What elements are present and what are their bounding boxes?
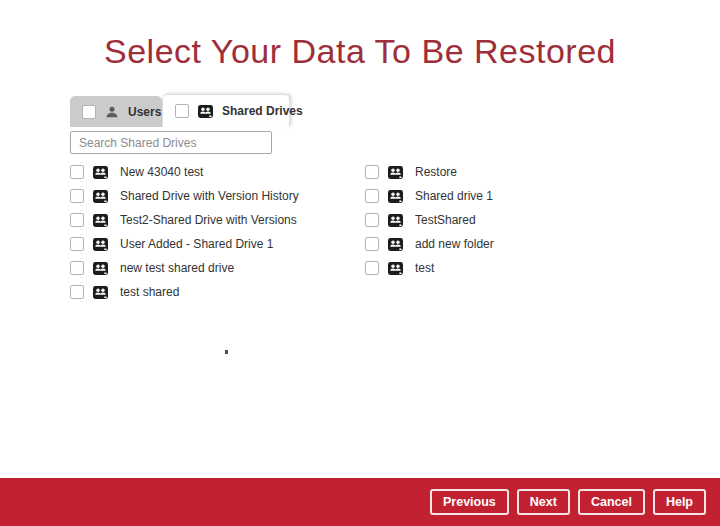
drive-label: Test2-Shared Drive with Versions bbox=[120, 213, 297, 227]
drive-list-item[interactable]: Shared drive 1 bbox=[365, 184, 494, 208]
drive-label: Restore bbox=[415, 165, 457, 179]
drive-checkbox[interactable] bbox=[70, 285, 84, 299]
drive-checkbox[interactable] bbox=[365, 165, 379, 179]
previous-button[interactable]: Previous bbox=[430, 489, 509, 515]
drive-label: New 43040 test bbox=[120, 165, 203, 179]
drive-list-item[interactable]: Restore bbox=[365, 160, 494, 184]
drive-list-item[interactable]: test bbox=[365, 256, 494, 280]
footer-action-bar: Previous Next Cancel Help bbox=[0, 478, 720, 526]
tab-bar: Users Shared Drives bbox=[70, 94, 290, 127]
drive-checkbox[interactable] bbox=[365, 213, 379, 227]
drive-checkbox[interactable] bbox=[365, 261, 379, 275]
drive-label: User Added - Shared Drive 1 bbox=[120, 237, 273, 251]
shared-drive-icon bbox=[93, 214, 108, 227]
search-input[interactable] bbox=[70, 131, 272, 154]
stray-dot-artifact bbox=[225, 350, 228, 354]
drive-checkbox[interactable] bbox=[70, 165, 84, 179]
shared-drive-icon bbox=[93, 166, 108, 179]
drive-checkbox[interactable] bbox=[365, 237, 379, 251]
help-button[interactable]: Help bbox=[653, 489, 706, 515]
shared-drive-icon bbox=[93, 190, 108, 203]
tab-users-checkbox[interactable] bbox=[82, 105, 96, 119]
tab-shared-drives[interactable]: Shared Drives bbox=[162, 94, 290, 127]
next-button[interactable]: Next bbox=[517, 489, 570, 515]
drive-list-item[interactable]: test shared bbox=[70, 280, 365, 304]
drive-checkbox[interactable] bbox=[70, 261, 84, 275]
drive-list-item[interactable]: new test shared drive bbox=[70, 256, 365, 280]
drive-list-item[interactable]: Shared Drive with Version History bbox=[70, 184, 365, 208]
shared-drive-icon bbox=[93, 286, 108, 299]
user-icon bbox=[105, 105, 119, 119]
drive-list-column-right: Restore Shared drive 1 bbox=[365, 160, 494, 280]
drive-label: add new folder bbox=[415, 237, 494, 251]
drive-label: TestShared bbox=[415, 213, 476, 227]
shared-drive-icon bbox=[388, 238, 403, 251]
drive-label: new test shared drive bbox=[120, 261, 234, 275]
drive-label: test shared bbox=[120, 285, 179, 299]
shared-drive-icon bbox=[388, 166, 403, 179]
tab-shared-drives-label: Shared Drives bbox=[222, 104, 303, 118]
tab-shared-drives-checkbox[interactable] bbox=[175, 104, 189, 118]
drive-list-column-left: New 43040 test Shared Drive with Version… bbox=[70, 160, 365, 304]
tab-users-label: Users bbox=[128, 105, 161, 119]
shared-drive-icon bbox=[198, 105, 213, 118]
shared-drive-icon bbox=[93, 262, 108, 275]
drive-checkbox[interactable] bbox=[365, 189, 379, 203]
drive-list-item[interactable]: User Added - Shared Drive 1 bbox=[70, 232, 365, 256]
cancel-button[interactable]: Cancel bbox=[578, 489, 645, 515]
tab-users[interactable]: Users bbox=[70, 96, 162, 127]
drive-list-item[interactable]: add new folder bbox=[365, 232, 494, 256]
shared-drive-icon bbox=[388, 214, 403, 227]
shared-drive-icon bbox=[388, 262, 403, 275]
shared-drive-icon bbox=[93, 238, 108, 251]
page-title: Select Your Data To Be Restored bbox=[0, 32, 720, 71]
drive-checkbox[interactable] bbox=[70, 189, 84, 203]
drive-label: Shared drive 1 bbox=[415, 189, 493, 203]
drive-list-item[interactable]: Test2-Shared Drive with Versions bbox=[70, 208, 365, 232]
drive-checkbox[interactable] bbox=[70, 237, 84, 251]
drive-label: test bbox=[415, 261, 434, 275]
drive-label: Shared Drive with Version History bbox=[120, 189, 299, 203]
shared-drive-icon bbox=[388, 190, 403, 203]
shared-drives-list: New 43040 test Shared Drive with Version… bbox=[70, 160, 494, 304]
drive-checkbox[interactable] bbox=[70, 213, 84, 227]
drive-list-item[interactable]: TestShared bbox=[365, 208, 494, 232]
drive-list-item[interactable]: New 43040 test bbox=[70, 160, 365, 184]
